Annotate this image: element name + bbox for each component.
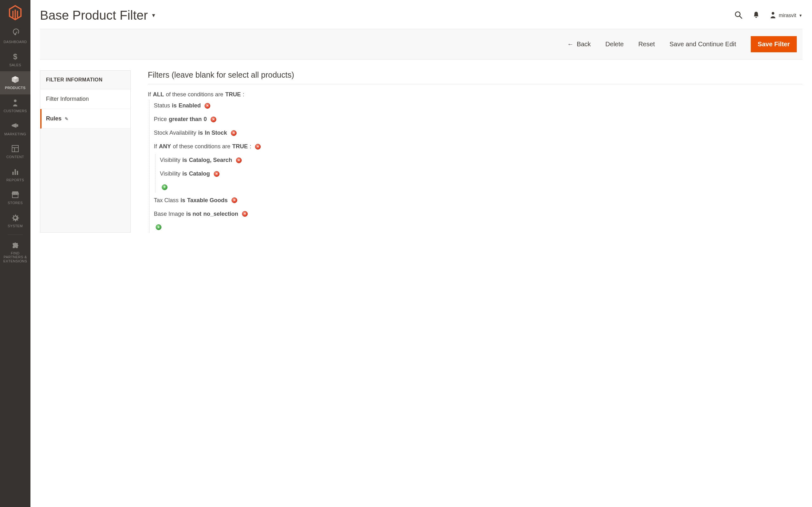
storefront-icon	[11, 190, 19, 199]
nav-stores[interactable]: STORES	[0, 186, 31, 210]
value-selector[interactable]: TRUE	[232, 143, 248, 150]
rules-panel: Filters (leave blank for select all prod…	[148, 70, 803, 233]
page-title[interactable]: Base Product Filter ▼	[40, 8, 156, 22]
rules-heading: Filters (leave blank for select all prod…	[148, 70, 803, 84]
save-filter-button[interactable]: Save Filter	[751, 36, 797, 52]
user-menu[interactable]: mirasvit ▼	[770, 11, 803, 20]
nav-label: DASHBOARD	[3, 40, 27, 44]
gear-icon	[11, 213, 19, 222]
nav-partners[interactable]: FIND PARTNERS & EXTENSIONS	[0, 237, 31, 268]
aggregator-selector[interactable]: ALL	[153, 91, 164, 98]
condition-operator[interactable]: is	[172, 102, 177, 109]
svg-rect-9	[17, 171, 18, 175]
condition-value[interactable]: Catalog	[189, 170, 210, 177]
reset-button[interactable]: Reset	[638, 41, 655, 48]
pencil-icon: ✎	[65, 116, 68, 121]
admin-sidebar: DASHBOARD $ SALES PRODUCTS CUSTOMERS MAR…	[0, 0, 31, 507]
condition-operator[interactable]: is	[181, 197, 185, 204]
nav-label: STORES	[8, 201, 22, 205]
tabs-panel: FILTER INFORMATION Filter Information Ru…	[40, 70, 131, 233]
condition-row: Price greater than 0	[154, 113, 803, 125]
remove-condition-icon[interactable]	[214, 171, 219, 177]
nav-sales[interactable]: $ SALES	[0, 49, 31, 72]
remove-condition-icon[interactable]	[236, 158, 242, 163]
condition-value[interactable]: Catalog, Search	[189, 157, 232, 164]
condition-row: Base Image is not no_selection	[154, 208, 803, 220]
search-icon[interactable]	[734, 11, 743, 20]
aggregator-selector[interactable]: ANY	[159, 143, 171, 150]
svg-point-13	[772, 12, 774, 14]
condition-operator[interactable]: greater than	[169, 116, 202, 123]
condition-operator[interactable]: is	[198, 130, 203, 136]
delete-button[interactable]: Delete	[606, 41, 624, 48]
nav-reports[interactable]: REPORTS	[0, 164, 31, 187]
gauge-icon	[11, 29, 19, 38]
condition-value[interactable]: Taxable Goods	[187, 197, 228, 204]
svg-point-2	[14, 100, 16, 102]
action-bar: ← Back Delete Reset Save and Continue Ed…	[40, 29, 803, 60]
svg-rect-3	[16, 124, 18, 126]
condition-row: Visibility is Catalog, Search	[160, 154, 803, 166]
svg-text:$: $	[13, 52, 17, 60]
tabs-panel-title: FILTER INFORMATION	[40, 71, 131, 89]
condition-combine-nested: If ANY of these conditions are TRUE :	[154, 141, 803, 153]
nav-label: SALES	[9, 63, 21, 67]
condition-attribute[interactable]: Base Image	[154, 211, 184, 217]
tab-filter-information[interactable]: Filter Information	[40, 89, 131, 109]
nav-customers[interactable]: CUSTOMERS	[0, 95, 31, 118]
bell-icon[interactable]	[753, 11, 760, 20]
svg-line-12	[740, 16, 742, 18]
condition-value[interactable]: In Stock	[205, 130, 227, 136]
condition-combine-root: If ALL of these conditions are TRUE :	[148, 91, 803, 98]
remove-condition-icon[interactable]	[211, 117, 216, 122]
condition-operator[interactable]: is	[183, 157, 187, 164]
nav-system[interactable]: SYSTEM	[0, 210, 31, 233]
nav-content[interactable]: CONTENT	[0, 140, 31, 164]
megaphone-icon	[11, 121, 19, 130]
add-condition-icon[interactable]	[162, 184, 167, 190]
condition-attribute[interactable]: Visibility	[160, 170, 181, 177]
back-label: Back	[577, 41, 591, 48]
remove-condition-icon[interactable]	[231, 130, 237, 136]
puzzle-icon	[11, 240, 19, 249]
add-condition-row	[154, 222, 803, 233]
remove-condition-icon[interactable]	[232, 198, 237, 203]
condition-attribute[interactable]: Tax Class	[154, 197, 179, 204]
svg-rect-7	[12, 172, 14, 175]
remove-condition-icon[interactable]	[255, 144, 261, 150]
nav-dashboard[interactable]: DASHBOARD	[0, 25, 31, 49]
condition-attribute[interactable]: Status	[154, 102, 170, 109]
nav-divider	[8, 234, 23, 235]
remove-condition-icon[interactable]	[205, 103, 210, 109]
svg-point-0	[14, 34, 15, 35]
condition-attribute[interactable]: Visibility	[160, 157, 181, 164]
condition-operator[interactable]: is	[183, 170, 187, 177]
condition-attribute[interactable]: Price	[154, 116, 167, 123]
nav-label: SYSTEM	[8, 224, 23, 228]
nav-marketing[interactable]: MARKETING	[0, 118, 31, 141]
value-selector[interactable]: TRUE	[225, 91, 241, 98]
tab-label: Filter Information	[46, 96, 89, 102]
svg-rect-10	[12, 194, 18, 198]
remove-condition-icon[interactable]	[242, 211, 248, 217]
add-condition-icon[interactable]	[156, 224, 161, 230]
box-icon	[11, 75, 19, 84]
condition-row: Stock Availability is In Stock	[154, 127, 803, 139]
nav-label: PRODUCTS	[5, 86, 26, 90]
arrow-left-icon: ←	[567, 41, 573, 48]
condition-row: Tax Class is Taxable Goods	[154, 194, 803, 206]
person-icon	[12, 98, 18, 107]
caret-down-icon: ▼	[799, 13, 803, 18]
tab-rules[interactable]: Rules ✎	[40, 109, 131, 129]
nav-products[interactable]: PRODUCTS	[0, 71, 31, 95]
magento-logo[interactable]	[0, 0, 31, 25]
condition-operator[interactable]: is not	[186, 211, 201, 217]
save-continue-button[interactable]: Save and Continue Edit	[670, 41, 736, 48]
username: mirasvit	[779, 13, 796, 18]
bar-chart-icon	[11, 167, 19, 176]
condition-attribute[interactable]: Stock Availability	[154, 130, 196, 136]
condition-value[interactable]: no_selection	[203, 211, 238, 217]
condition-value[interactable]: 0	[204, 116, 207, 123]
back-button[interactable]: ← Back	[567, 41, 591, 48]
condition-value[interactable]: Enabled	[179, 102, 201, 109]
